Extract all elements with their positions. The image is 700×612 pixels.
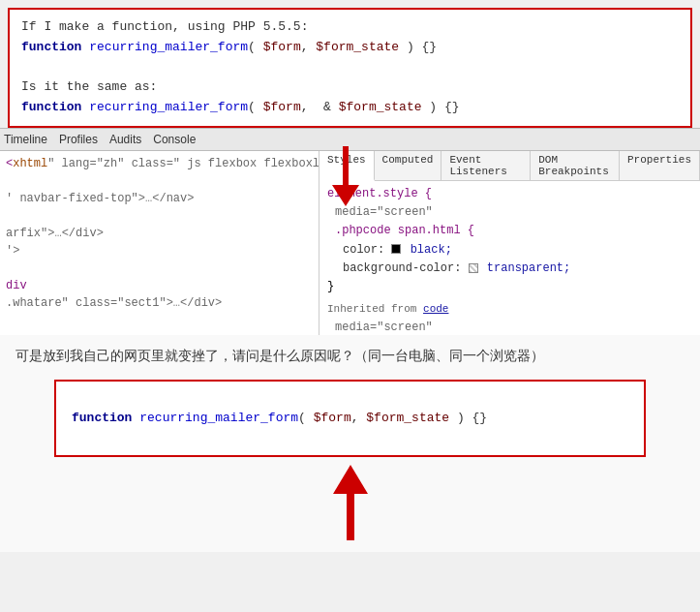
fn-name: recurring_mailer_form [89,40,248,54]
tab-timeline[interactable]: Timeline [4,133,47,146]
tab-computed[interactable]: Computed [375,151,442,180]
lower-code-box: function recurring_mailer_form( $form, $… [54,380,646,457]
question-text: 可是放到我自己的网页里就变挫了，请问是什么原因呢？（同一台电脑、同一个浏览器） [15,345,685,368]
color-swatch-black [391,244,401,254]
tab-dom-breakpoints[interactable]: DOM Breakpoints [531,151,620,180]
dom-line-5: div [6,277,313,294]
dom-line-3: arfix">…</div> [6,225,313,242]
dom-line-1: <xhtml" lang="zh" class=" js flexbox fle… [6,155,313,172]
dom-line-4: '> [6,242,313,260]
dom-line-2: ' navbar-fixed-top">…</nav> [6,190,313,207]
dom-line-blank3 [6,260,313,277]
arrow-stem [343,146,349,185]
code-line-3: Is it the same as: [21,77,679,98]
code-line-4: function recurring_mailer_form( $form, &… [21,98,679,118]
var4: $form_state [339,100,422,114]
element-style-rule: element.style { [327,185,692,203]
dom-line-blank2 [6,207,313,225]
top-code-block: If I make a function, using PHP 5.5.5: f… [8,8,692,128]
dom-line-blank [6,172,313,190]
lower-code-text: function recurring_mailer_form( $form, $… [72,408,487,429]
css-tabs: Styles Computed Event Listeners DOM Brea… [320,151,700,181]
media-attr2: media="screen" [327,319,692,335]
tab-console[interactable]: Console [153,133,196,146]
dom-panel: <xhtml" lang="zh" class=" js flexbox fle… [0,151,320,335]
code-text: If I make a function, using PHP 5.5.5: [21,19,308,34]
css-content: element.style { media="screen" .phpcode … [320,181,700,335]
tab-properties[interactable]: Properties [620,151,700,180]
keyword: function [21,40,81,54]
inherited-label: Inherited from code [327,300,692,319]
red-arrow-down [332,146,359,206]
keyword2: function [21,100,81,114]
main-content: 可是放到我自己的网页里就变挫了，请问是什么原因呢？（同一台电脑、同一个浏览器） … [0,335,700,552]
tab-event-listeners[interactable]: Event Listeners [441,151,531,180]
close-brace: } [327,278,692,296]
css-panel: Styles Computed Event Listeners DOM Brea… [320,151,700,335]
var3: $form [263,100,301,114]
fn-name2: recurring_mailer_form [89,100,248,114]
color-swatch-transparent [469,263,478,273]
bottom-arrow-section [15,465,685,542]
bottom-arrow-head [333,465,368,494]
dom-line-6: .whatare" class="sect1">…</div> [6,294,313,312]
code-text-2: Is it the same as: [21,79,157,94]
bg-rule: background-color: transparent; [327,260,692,278]
color-rule: color: black; [327,241,692,260]
code-line-2: function recurring_mailer_form( $form, $… [21,38,679,58]
arrow-head [332,185,359,206]
code-line-blank [21,58,679,78]
code-line-1: If I make a function, using PHP 5.5.5: [21,17,679,38]
bottom-arrow-stem [347,492,354,540]
var1: $form [263,40,301,54]
media-attr: media="screen" [327,203,692,222]
tab-audits[interactable]: Audits [109,133,141,146]
phpcode-rule: .phpcode span.html { [327,222,692,240]
tab-profiles[interactable]: Profiles [59,133,98,146]
var2: $form_state [316,40,399,54]
